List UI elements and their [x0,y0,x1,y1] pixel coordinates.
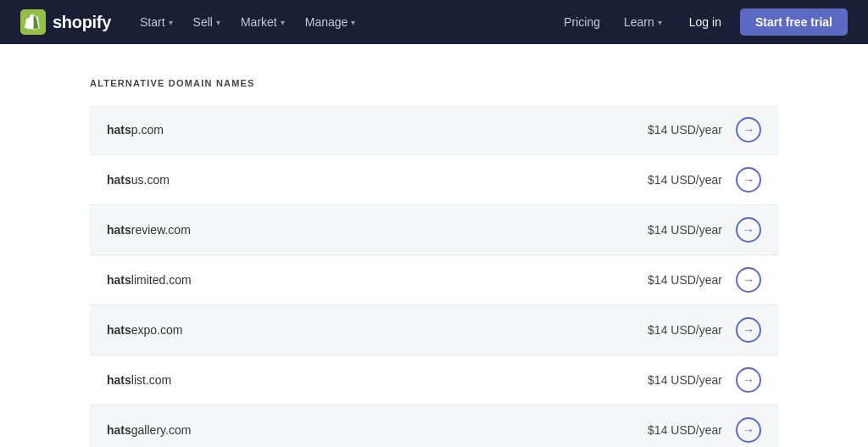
domain-select-button[interactable]: → [736,217,761,243]
domain-list: hatsp.com$14 USD/year→hatsus.com$14 USD/… [90,105,778,447]
shopify-logo-icon [20,9,46,35]
domain-price: $14 USD/year [648,323,722,337]
domain-prefix: hats [107,423,131,437]
chevron-down-icon: ▾ [216,18,220,27]
main-content: ALTERNATIVE DOMAIN NAMES hatsp.com$14 US… [70,44,798,447]
domain-prefix: hats [107,323,131,337]
section-title: ALTERNATIVE DOMAIN NAMES [90,78,778,88]
nav-sell[interactable]: Sell ▾ [185,10,229,34]
domain-row: hatslimited.com$14 USD/year→ [90,255,778,305]
logo-text: shopify [53,13,111,32]
domain-select-button[interactable]: → [736,167,761,193]
domain-prefix: hats [107,373,131,387]
logo[interactable]: shopify [20,9,111,35]
domain-suffix: us.com [131,173,170,187]
domain-row: hatsp.com$14 USD/year→ [90,105,778,155]
domain-prefix: hats [107,223,131,237]
domain-name: hatsreview.com [107,223,648,237]
domain-name: hatsp.com [107,123,648,137]
navbar: shopify Start ▾ Sell ▾ Market ▾ Manage ▾… [0,0,868,44]
domain-name: hatsus.com [107,173,648,187]
domain-row: hatsus.com$14 USD/year→ [90,155,778,205]
chevron-down-icon: ▾ [351,18,355,27]
domain-price: $14 USD/year [648,423,722,437]
nav-learn[interactable]: Learn ▾ [615,10,670,34]
chevron-down-icon: ▾ [281,18,285,27]
domain-select-button[interactable]: → [736,267,761,293]
domain-suffix: review.com [131,223,191,237]
nav-pricing[interactable]: Pricing [555,10,609,34]
domain-price: $14 USD/year [648,123,722,137]
domain-name: hatslist.com [107,373,648,387]
domain-prefix: hats [107,173,131,187]
domain-price: $14 USD/year [648,223,722,237]
domain-name: hatsgallery.com [107,423,648,437]
domain-suffix: list.com [131,373,171,387]
domain-suffix: p.com [131,123,164,137]
chevron-down-icon: ▾ [169,18,173,27]
domain-name: hatsexpo.com [107,323,648,337]
domain-prefix: hats [107,273,131,287]
domain-select-button[interactable]: → [736,417,761,443]
domain-row: hatsreview.com$14 USD/year→ [90,205,778,255]
domain-select-button[interactable]: → [736,117,761,142]
domain-prefix: hats [107,123,131,137]
start-free-trial-button[interactable]: Start free trial [740,8,848,36]
domain-row: hatslist.com$14 USD/year→ [90,355,778,405]
nav-manage[interactable]: Manage ▾ [297,10,364,34]
nav-market[interactable]: Market ▾ [232,10,293,34]
domain-price: $14 USD/year [648,373,722,387]
domain-suffix: gallery.com [131,423,192,437]
nav-links-right: Pricing Learn ▾ Log in Start free trial [555,8,848,36]
nav-links-left: Start ▾ Sell ▾ Market ▾ Manage ▾ [131,10,555,34]
domain-row: hatsexpo.com$14 USD/year→ [90,305,778,355]
domain-suffix: expo.com [131,323,183,337]
domain-row: hatsgallery.com$14 USD/year→ [90,405,778,447]
nav-start[interactable]: Start ▾ [131,10,181,34]
domain-select-button[interactable]: → [736,317,761,343]
domain-price: $14 USD/year [648,273,722,287]
domain-suffix: limited.com [131,273,192,287]
login-button[interactable]: Log in [677,10,733,34]
domain-name: hatslimited.com [107,273,648,287]
chevron-down-icon: ▾ [658,18,662,27]
domain-select-button[interactable]: → [736,367,761,393]
domain-price: $14 USD/year [648,173,722,187]
